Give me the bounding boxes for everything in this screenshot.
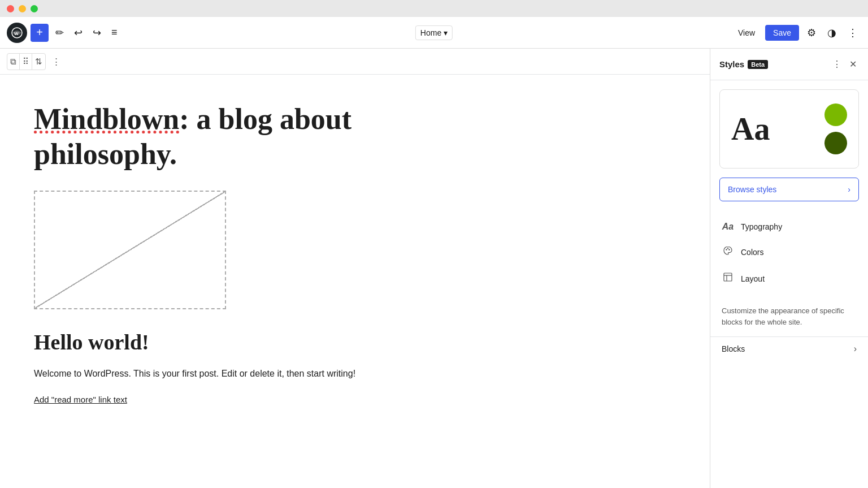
typography-icon: Aa — [722, 222, 734, 232]
sidebar-item-colors[interactable]: Colors — [710, 239, 868, 265]
colors-icon — [722, 245, 734, 258]
block-toolbar: ⧉ ⠿ ⇅ ⋮ — [0, 49, 710, 75]
post-heading: Hello world! — [34, 330, 418, 355]
contrast-button[interactable]: ◑ — [824, 23, 840, 42]
sidebar-title: Styles — [719, 59, 744, 69]
nav-home-label: Home — [420, 28, 441, 37]
duplicate-block-button[interactable]: ⧉ — [7, 54, 20, 70]
editor-area: ⧉ ⠿ ⇅ ⋮ Mindblown: a blog about philosop… — [0, 49, 710, 488]
layout-icon — [722, 272, 734, 285]
sidebar-title-group: Styles Beta — [719, 59, 768, 69]
svg-rect-5 — [724, 273, 732, 281]
sidebar-header: Styles Beta ⋮ ✕ — [710, 49, 868, 80]
svg-point-2 — [726, 249, 727, 250]
move-block-button[interactable]: ⇅ — [32, 54, 45, 70]
blocks-label: Blocks — [722, 344, 745, 353]
more-options-button[interactable]: ⋮ — [844, 23, 861, 42]
block-toolbar-group: ⧉ ⠿ ⇅ — [7, 53, 46, 70]
post-body: Welcome to WordPress. This is your first… — [34, 366, 418, 381]
duplicate-icon: ⧉ — [10, 57, 16, 67]
colors-label: Colors — [741, 248, 763, 257]
editor-content: Mindblown: a blog about philosophy. Hell… — [0, 75, 452, 432]
list-view-button[interactable]: ≡ — [108, 23, 121, 42]
more-options-icon: ⋮ — [52, 57, 60, 67]
arrows-icon: ⇅ — [35, 57, 42, 67]
sidebar-description: Customize the appearance of specific blo… — [710, 296, 868, 336]
svg-point-3 — [728, 249, 730, 250]
block-more-options-button[interactable]: ⋮ — [49, 54, 63, 70]
toolbar-left: W + ✏ ↩ ↪ ≡ — [7, 23, 121, 43]
image-placeholder[interactable] — [34, 191, 226, 309]
style-preview-colors — [824, 103, 847, 154]
browse-styles-chevron-icon: › — [848, 185, 850, 194]
blocks-chevron-icon: › — [854, 344, 857, 354]
beta-badge: Beta — [748, 60, 768, 69]
page-title: Mindblown: a blog about philosophy. — [34, 102, 418, 172]
traffic-light-yellow[interactable] — [19, 5, 26, 12]
wordpress-logo[interactable]: W — [7, 23, 27, 43]
style-preview-card[interactable]: Aa — [719, 89, 859, 169]
toolbar-right: View Save ⚙ ◑ ⋮ — [732, 23, 861, 42]
drag-block-button[interactable]: ⠿ — [20, 54, 32, 70]
svg-point-4 — [727, 248, 728, 249]
sidebar-close-button[interactable]: ✕ — [847, 57, 859, 72]
sidebar-item-layout[interactable]: Layout — [710, 265, 868, 292]
styles-sidebar: Styles Beta ⋮ ✕ Aa Browse styles › Aa — [710, 49, 868, 488]
sidebar-item-typography[interactable]: Aa Typography — [710, 215, 868, 239]
browse-styles-button[interactable]: Browse styles › — [719, 178, 859, 201]
nav-home-button[interactable]: Home ▾ — [415, 25, 453, 40]
save-button[interactable]: Save — [765, 25, 799, 41]
drag-icon: ⠿ — [23, 57, 29, 67]
sidebar-header-actions: ⋮ ✕ — [830, 57, 859, 72]
main-toolbar: W + ✏ ↩ ↪ ≡ Home ▾ View Save ⚙ ◑ ⋮ — [0, 17, 868, 49]
traffic-light-green[interactable] — [31, 5, 38, 12]
undo-button[interactable]: ↩ — [71, 23, 86, 42]
sidebar-more-button[interactable]: ⋮ — [830, 57, 844, 72]
read-more-link[interactable]: Add "read more" link text — [34, 395, 127, 404]
browse-styles-label: Browse styles — [728, 185, 776, 194]
settings-button[interactable]: ⚙ — [804, 23, 819, 42]
nav-chevron-down-icon: ▾ — [444, 28, 448, 37]
sidebar-blocks-row[interactable]: Blocks › — [710, 336, 868, 361]
main-area: ⧉ ⠿ ⇅ ⋮ Mindblown: a blog about philosop… — [0, 49, 868, 488]
color-dot-dark — [824, 132, 847, 154]
color-dot-light — [824, 103, 847, 126]
page-title-highlight: Mindblown — [34, 103, 179, 135]
layout-label: Layout — [741, 274, 765, 283]
sidebar-menu: Aa Typography Colors — [710, 210, 868, 296]
title-bar — [0, 0, 868, 17]
typography-label: Typography — [741, 222, 782, 231]
toolbar-center: Home ▾ — [415, 25, 453, 40]
edit-button[interactable]: ✏ — [52, 23, 67, 42]
traffic-light-red[interactable] — [7, 5, 14, 12]
style-preview-text: Aa — [731, 111, 770, 147]
view-button[interactable]: View — [732, 25, 761, 41]
add-block-button[interactable]: + — [31, 24, 49, 42]
svg-text:W: W — [14, 31, 19, 36]
redo-button[interactable]: ↪ — [89, 23, 105, 42]
